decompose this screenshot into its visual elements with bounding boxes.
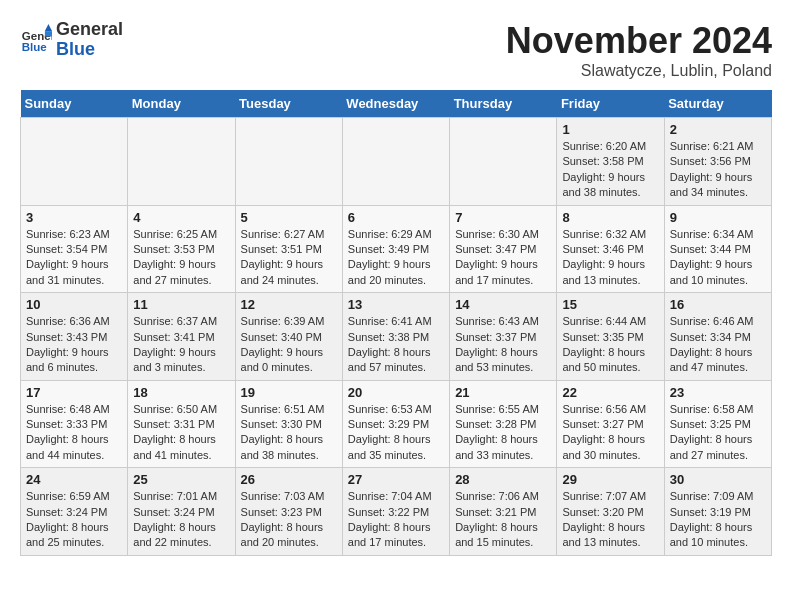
logo: General Blue General Blue [20,20,123,60]
calendar-cell: 4Sunrise: 6:25 AM Sunset: 3:53 PM Daylig… [128,205,235,293]
day-number: 2 [670,122,766,137]
calendar-cell: 19Sunrise: 6:51 AM Sunset: 3:30 PM Dayli… [235,380,342,468]
calendar-week-row: 24Sunrise: 6:59 AM Sunset: 3:24 PM Dayli… [21,468,772,556]
day-number: 22 [562,385,658,400]
day-number: 3 [26,210,122,225]
day-number: 23 [670,385,766,400]
calendar-cell: 1Sunrise: 6:20 AM Sunset: 3:58 PM Daylig… [557,118,664,206]
calendar-cell: 27Sunrise: 7:04 AM Sunset: 3:22 PM Dayli… [342,468,449,556]
calendar-cell: 8Sunrise: 6:32 AM Sunset: 3:46 PM Daylig… [557,205,664,293]
calendar-cell: 12Sunrise: 6:39 AM Sunset: 3:40 PM Dayli… [235,293,342,381]
day-info: Sunrise: 6:43 AM Sunset: 3:37 PM Dayligh… [455,314,551,376]
calendar-table: SundayMondayTuesdayWednesdayThursdayFrid… [20,90,772,556]
day-number: 18 [133,385,229,400]
day-info: Sunrise: 7:04 AM Sunset: 3:22 PM Dayligh… [348,489,444,551]
day-info: Sunrise: 6:55 AM Sunset: 3:28 PM Dayligh… [455,402,551,464]
calendar-cell: 30Sunrise: 7:09 AM Sunset: 3:19 PM Dayli… [664,468,771,556]
logo-text: General Blue [56,20,123,60]
day-info: Sunrise: 6:50 AM Sunset: 3:31 PM Dayligh… [133,402,229,464]
day-info: Sunrise: 6:51 AM Sunset: 3:30 PM Dayligh… [241,402,337,464]
weekday-header: Thursday [450,90,557,118]
day-number: 12 [241,297,337,312]
day-number: 28 [455,472,551,487]
day-info: Sunrise: 6:58 AM Sunset: 3:25 PM Dayligh… [670,402,766,464]
day-number: 5 [241,210,337,225]
calendar-cell [450,118,557,206]
day-number: 14 [455,297,551,312]
calendar-cell [128,118,235,206]
svg-marker-3 [45,31,52,36]
day-number: 13 [348,297,444,312]
weekday-header: Monday [128,90,235,118]
day-info: Sunrise: 6:56 AM Sunset: 3:27 PM Dayligh… [562,402,658,464]
day-info: Sunrise: 6:23 AM Sunset: 3:54 PM Dayligh… [26,227,122,289]
calendar-header-row: SundayMondayTuesdayWednesdayThursdayFrid… [21,90,772,118]
day-info: Sunrise: 6:53 AM Sunset: 3:29 PM Dayligh… [348,402,444,464]
calendar-cell: 6Sunrise: 6:29 AM Sunset: 3:49 PM Daylig… [342,205,449,293]
day-number: 9 [670,210,766,225]
calendar-cell: 21Sunrise: 6:55 AM Sunset: 3:28 PM Dayli… [450,380,557,468]
day-info: Sunrise: 6:48 AM Sunset: 3:33 PM Dayligh… [26,402,122,464]
day-info: Sunrise: 6:21 AM Sunset: 3:56 PM Dayligh… [670,139,766,201]
day-number: 26 [241,472,337,487]
calendar-cell: 9Sunrise: 6:34 AM Sunset: 3:44 PM Daylig… [664,205,771,293]
calendar-cell: 25Sunrise: 7:01 AM Sunset: 3:24 PM Dayli… [128,468,235,556]
day-number: 29 [562,472,658,487]
day-info: Sunrise: 6:27 AM Sunset: 3:51 PM Dayligh… [241,227,337,289]
day-info: Sunrise: 7:09 AM Sunset: 3:19 PM Dayligh… [670,489,766,551]
day-number: 27 [348,472,444,487]
day-number: 20 [348,385,444,400]
day-info: Sunrise: 6:25 AM Sunset: 3:53 PM Dayligh… [133,227,229,289]
calendar-cell: 2Sunrise: 6:21 AM Sunset: 3:56 PM Daylig… [664,118,771,206]
day-info: Sunrise: 7:07 AM Sunset: 3:20 PM Dayligh… [562,489,658,551]
day-number: 6 [348,210,444,225]
day-info: Sunrise: 6:30 AM Sunset: 3:47 PM Dayligh… [455,227,551,289]
calendar-cell: 28Sunrise: 7:06 AM Sunset: 3:21 PM Dayli… [450,468,557,556]
logo-icon: General Blue [20,24,52,56]
weekday-header: Wednesday [342,90,449,118]
day-info: Sunrise: 6:34 AM Sunset: 3:44 PM Dayligh… [670,227,766,289]
calendar-cell: 10Sunrise: 6:36 AM Sunset: 3:43 PM Dayli… [21,293,128,381]
weekday-header: Saturday [664,90,771,118]
day-info: Sunrise: 6:20 AM Sunset: 3:58 PM Dayligh… [562,139,658,201]
day-info: Sunrise: 6:41 AM Sunset: 3:38 PM Dayligh… [348,314,444,376]
calendar-cell: 13Sunrise: 6:41 AM Sunset: 3:38 PM Dayli… [342,293,449,381]
day-info: Sunrise: 7:06 AM Sunset: 3:21 PM Dayligh… [455,489,551,551]
calendar-week-row: 10Sunrise: 6:36 AM Sunset: 3:43 PM Dayli… [21,293,772,381]
day-info: Sunrise: 6:37 AM Sunset: 3:41 PM Dayligh… [133,314,229,376]
calendar-cell: 15Sunrise: 6:44 AM Sunset: 3:35 PM Dayli… [557,293,664,381]
day-number: 25 [133,472,229,487]
day-number: 16 [670,297,766,312]
svg-marker-2 [45,24,52,31]
calendar-cell: 3Sunrise: 6:23 AM Sunset: 3:54 PM Daylig… [21,205,128,293]
day-number: 4 [133,210,229,225]
calendar-cell [342,118,449,206]
day-number: 17 [26,385,122,400]
calendar-cell: 14Sunrise: 6:43 AM Sunset: 3:37 PM Dayli… [450,293,557,381]
day-number: 21 [455,385,551,400]
day-number: 7 [455,210,551,225]
calendar-cell: 18Sunrise: 6:50 AM Sunset: 3:31 PM Dayli… [128,380,235,468]
day-info: Sunrise: 6:36 AM Sunset: 3:43 PM Dayligh… [26,314,122,376]
calendar-cell [235,118,342,206]
location: Slawatycze, Lublin, Poland [506,62,772,80]
calendar-cell: 23Sunrise: 6:58 AM Sunset: 3:25 PM Dayli… [664,380,771,468]
day-number: 19 [241,385,337,400]
day-number: 24 [26,472,122,487]
day-number: 15 [562,297,658,312]
day-info: Sunrise: 6:44 AM Sunset: 3:35 PM Dayligh… [562,314,658,376]
svg-text:Blue: Blue [22,40,48,52]
calendar-cell: 11Sunrise: 6:37 AM Sunset: 3:41 PM Dayli… [128,293,235,381]
month-title: November 2024 [506,20,772,62]
day-info: Sunrise: 6:32 AM Sunset: 3:46 PM Dayligh… [562,227,658,289]
calendar-cell: 16Sunrise: 6:46 AM Sunset: 3:34 PM Dayli… [664,293,771,381]
calendar-cell: 24Sunrise: 6:59 AM Sunset: 3:24 PM Dayli… [21,468,128,556]
calendar-week-row: 17Sunrise: 6:48 AM Sunset: 3:33 PM Dayli… [21,380,772,468]
page-header: General Blue General Blue November 2024 … [20,20,772,80]
weekday-header: Friday [557,90,664,118]
calendar-cell: 20Sunrise: 6:53 AM Sunset: 3:29 PM Dayli… [342,380,449,468]
calendar-cell: 17Sunrise: 6:48 AM Sunset: 3:33 PM Dayli… [21,380,128,468]
calendar-cell: 22Sunrise: 6:56 AM Sunset: 3:27 PM Dayli… [557,380,664,468]
weekday-header: Tuesday [235,90,342,118]
day-info: Sunrise: 6:39 AM Sunset: 3:40 PM Dayligh… [241,314,337,376]
